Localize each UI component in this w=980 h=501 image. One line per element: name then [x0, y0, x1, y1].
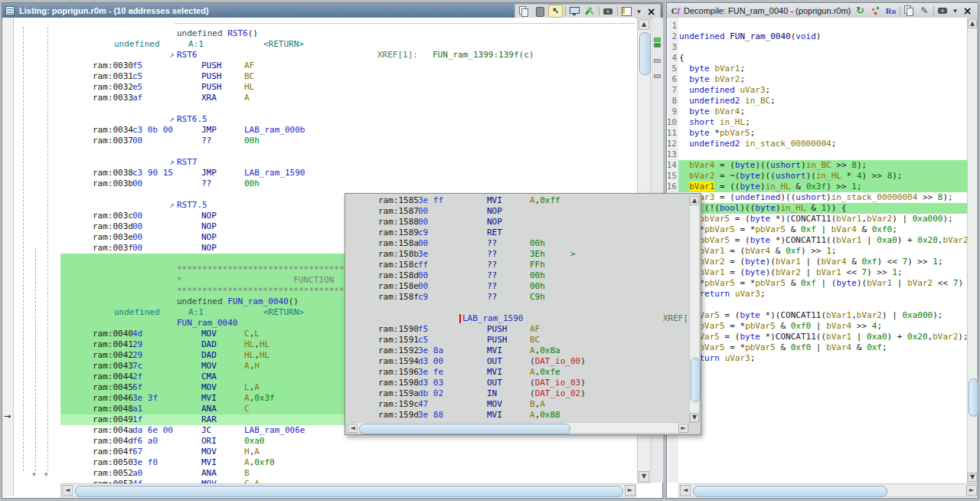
popup-row[interactable]: ram:15853e ffMVIA,0xff	[346, 195, 689, 206]
popup-row[interactable]: ram:158b3e??3Eh >	[346, 249, 689, 260]
decompiler-line[interactable]: byte bVar1;	[679, 64, 745, 74]
scroll-up-icon[interactable]: ▲	[690, 196, 699, 205]
listing-row[interactable]: ram:003700??00h	[60, 136, 636, 146]
popup-row[interactable]: ram:158d00??00h	[346, 270, 689, 281]
scroll-right-icon[interactable]: ►	[678, 424, 688, 433]
decompiler-line[interactable]: uVar3 = (undefined)((ushort)in_stack_000…	[679, 192, 953, 203]
selection-marker[interactable]	[654, 38, 661, 42]
listing-row[interactable]: ram:004df6 a0ORI0xa0	[60, 436, 636, 447]
markup-icon[interactable]	[583, 5, 596, 17]
window-icon[interactable]	[620, 5, 633, 17]
listing-row[interactable]	[60, 146, 636, 157]
graph-icon[interactable]	[869, 5, 882, 16]
popup-vscroll-thumb[interactable]	[691, 358, 701, 402]
decompiler-line[interactable]: short in_HL;	[679, 117, 750, 128]
scroll-left-icon[interactable]: ◄	[62, 485, 73, 496]
popup-hscrollbar[interactable]: ◄ ►	[346, 422, 689, 434]
decompiler-line[interactable]: pbVar5 = (byte *)(CONCAT11(bVar1,bVar2) …	[679, 214, 953, 224]
scroll-right-icon[interactable]: ►	[966, 485, 977, 496]
listing-row[interactable]: ↗RST6XREF[1]:FUN_ram_1399:139f(c)	[60, 50, 636, 61]
copy-icon[interactable]	[518, 5, 531, 17]
decompiler-line[interactable]: *pbVar5 = *pbVar5 & 0xf0 | bVar4 >> 4;	[679, 321, 882, 332]
popup-row[interactable]: ram:1590f5PUSHAF	[346, 324, 689, 335]
listing-row[interactable]: ↗RST7	[60, 157, 636, 168]
decompiler-line[interactable]: bVar2 = (byte)(bVar1 | (bVar4 & 0xf) << …	[679, 257, 943, 267]
close-icon[interactable]: ×	[961, 5, 974, 16]
popup-row[interactable]: ram:15923e 8aMVIA,0x8a	[346, 345, 689, 356]
listing-row[interactable]: ram:004f67MOVH,A	[60, 447, 636, 457]
popup-row[interactable]: LAB_ram_1590XREF[1]:	[346, 313, 689, 324]
decompiler-line[interactable]: undefined2 in_stack_00000004;	[679, 139, 836, 149]
popup-row[interactable]: ram:158fc9??C9h	[346, 292, 689, 303]
decompiler-line[interactable]: if (!(bool)((byte)in_HL & 1)) {	[679, 203, 847, 214]
refresh-icon[interactable]: ↻	[854, 5, 867, 16]
listing-vscroll-thumb[interactable]	[639, 32, 651, 75]
popup-row[interactable]: ram:158cff??FFh	[346, 260, 689, 270]
popup-row[interactable]: ram:158700NOP	[346, 206, 689, 217]
decompiler-line[interactable]: byte *pbVar5;	[679, 128, 755, 139]
popup-row[interactable]: ram:159c47MOVB,A	[346, 399, 689, 410]
popup-row[interactable]: ram:1591c5PUSHBC	[346, 335, 689, 345]
decompiler-vscroll-thumb[interactable]	[969, 378, 978, 417]
popup-vscrollbar[interactable]: ▲ ▼	[689, 195, 700, 423]
listing-row[interactable]: undefined RST6()	[60, 28, 636, 39]
scroll-down-icon[interactable]: ▼	[968, 473, 977, 482]
decompiler-line[interactable]: bVar1 = (bVar4 & 0xf) >> 1;	[679, 246, 836, 257]
popup-row[interactable]: ram:158800NOP	[346, 217, 689, 228]
decompiler-line[interactable]: undefined uVar3;	[679, 85, 770, 96]
scroll-up-icon[interactable]: ▲	[639, 19, 649, 30]
listing-row[interactable]: ram:0052a0ANAB	[60, 468, 636, 479]
listing-row[interactable]	[60, 103, 636, 114]
edit-icon[interactable]: ✎	[918, 5, 931, 16]
popup-row[interactable]: ram:15963e feMVIA,0xfe	[346, 367, 689, 378]
decompiler-line[interactable]: undefined2 in_BC;	[679, 96, 776, 106]
listing-hscroll-thumb[interactable]	[75, 486, 623, 497]
decompiler-line[interactable]: pbVar5 = (byte *)CONCAT11((bVar1 | 0xa0)…	[679, 235, 967, 246]
bookmark-marker[interactable]	[654, 59, 661, 63]
scroll-down-icon[interactable]: ▼	[639, 471, 649, 482]
decompiler-line[interactable]: pbVar5 = (byte *)CONCAT11((bVar1 | 0xa0)…	[679, 332, 967, 342]
popup-row[interactable]: ram:159adb 02IN(DAT_io_02)	[346, 388, 689, 399]
listing-row[interactable]: ram:0032e5PUSHHL	[60, 82, 636, 93]
scroll-left-icon[interactable]: ◄	[680, 485, 691, 496]
popup-row[interactable]	[346, 303, 689, 313]
scroll-right-icon[interactable]: ►	[625, 485, 635, 496]
decompiler-line[interactable]: undefined FUN_ram_0040(void)	[679, 31, 821, 42]
decompiler-line[interactable]: *pbVar5 = *pbVar5 & 0xf0 | bVar4 & 0xf;	[679, 342, 887, 353]
popup-row[interactable]: ram:158e00??00h	[346, 281, 689, 292]
dropdown-caret-icon[interactable]: ▾	[635, 5, 642, 17]
scroll-up-icon[interactable]: ▲	[968, 19, 977, 28]
popup-content[interactable]: ram:15853e ffMVIA,0xffram:158700NOPram:1…	[346, 195, 689, 423]
decompiler-line[interactable]: *pbVar5 = *pbVar5 & 0xf | (byte)(bVar1 |…	[679, 278, 967, 289]
decompiler-line[interactable]: bVar2 = ~(byte)((ushort)(in_HL * 4) >> 8…	[679, 171, 903, 182]
listing-row[interactable]: undefinedA:1<RETURN>	[60, 39, 636, 50]
decompiler-hscrollbar[interactable]: ◄ ►	[678, 483, 978, 497]
listing-row[interactable]: ram:0031c5PUSHBC	[60, 71, 636, 82]
listing-row[interactable]: ram:003b00??00h	[60, 178, 636, 189]
listing-titlebar[interactable]: Listing: poprigun.r0m - (10 addresses se…	[2, 3, 662, 18]
decompiler-titlebar[interactable]: Cf Decompile: FUN_ram_0040 - (poprigun.r…	[667, 3, 978, 18]
listing-row[interactable]: ram:0033afXRAA	[60, 93, 636, 103]
camera-icon[interactable]	[936, 5, 949, 16]
listing-row[interactable]: ram:0038c3 90 15JMPLAB_ram_1590	[60, 168, 636, 178]
dropdown-caret-icon[interactable]: ▾	[952, 5, 959, 16]
monitor-icon[interactable]	[568, 5, 581, 17]
cursor-marker[interactable]	[654, 43, 661, 47]
popup-row[interactable]: ram:1594d3 00OUT(DAT_io_00)	[346, 356, 689, 367]
decompiler-line[interactable]: byte bVar2;	[679, 74, 745, 85]
close-icon[interactable]: ×	[645, 5, 658, 17]
decompiler-line[interactable]: *pbVar5 = *pbVar5 & 0xf | bVar4 & 0xf0;	[679, 224, 897, 235]
popup-hscroll-thumb[interactable]	[359, 424, 570, 434]
listing-row[interactable]: ram:00503e f0MVIA,0xf0	[60, 457, 636, 468]
listing-row[interactable]	[60, 18, 636, 28]
scroll-down-icon[interactable]: ▼	[690, 413, 699, 422]
ro-icon[interactable]: Ro	[884, 5, 897, 16]
popup-row[interactable]: ram:158a00??00h	[346, 238, 689, 249]
decompiler-line[interactable]: bVar1 = ((byte)in_HL & 0x3f) >> 1;	[679, 182, 862, 192]
listing-row[interactable]: ram:0030f5PUSHAF	[60, 61, 636, 71]
decompiler-line[interactable]: bVar1 = (byte)(bVar2 | bVar1 << 7) >> 1;	[679, 267, 903, 278]
listing-hscrollbar[interactable]: ◄ ►	[60, 483, 636, 497]
decompiler-hscroll-thumb[interactable]	[693, 486, 887, 497]
listing-row[interactable]: ram:0034c3 0b 00JMPLAB_ram_000b	[60, 125, 636, 136]
decompiler-vscrollbar[interactable]: ▲ ▼	[967, 18, 978, 483]
